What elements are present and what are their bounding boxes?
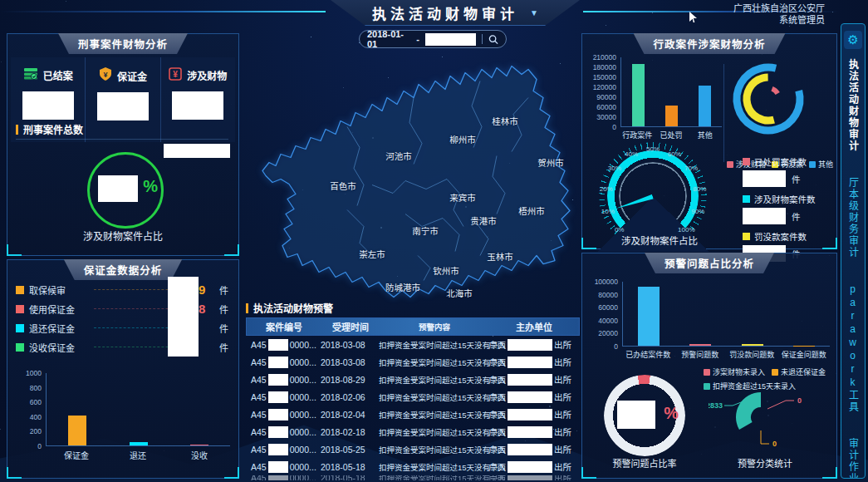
cell-case-id: A450000...: [246, 475, 321, 480]
cell-case-id: A450000...: [246, 461, 321, 473]
stat-label: 已结案: [43, 68, 73, 82]
axis-tick-label: 120000: [593, 83, 616, 91]
table-body: A450000...2018-03-08扣押资金受案时间超过15天没有录入广西出…: [246, 336, 580, 480]
right-sidebar-nav: ⚙ 执法活动财物审计厅本级财务审计parawork工具审计作业系统: [841, 23, 866, 479]
table-row[interactable]: A450000...2018-03-08扣押资金受案时间超过15天没有录入广西出…: [246, 336, 580, 353]
map-city-label[interactable]: 钦州市: [433, 264, 459, 277]
axis-category-label: 行政案件: [620, 130, 655, 140]
redacted-value: [268, 426, 288, 438]
table-row[interactable]: A450000...2018-02-06扣押资金受案时间超过15天没有录入广西出…: [246, 388, 580, 406]
gauge-stat-list: 已处罚案件数件涉及财物案件数件罚没款案件数件: [743, 155, 834, 268]
bail-stat-label: 使用保证金: [29, 302, 89, 316]
cell-warning-content: 扣押资金受案时间超过15天没有录入: [379, 339, 488, 351]
gauge-tick-label: 80%: [693, 185, 706, 193]
bar-预警问题数[interactable]: [689, 344, 711, 346]
redacted-values-column: [168, 277, 199, 357]
accent-bar: [246, 303, 248, 313]
map-city-label[interactable]: 防城港市: [385, 281, 420, 293]
table-row[interactable]: A450000...2018-05-25扣押资金受案时间超过15天没有录入广西出…: [246, 440, 580, 458]
partial-value: 9: [199, 283, 210, 297]
cell-unit: 广西出所: [488, 443, 580, 455]
panel-title: 行政案件涉案财物分析: [633, 33, 785, 54]
cell-warning-content: 扣押资金受案时间超过15天没有录入: [379, 374, 488, 386]
x-axis-labels: 保证金退还没收: [17, 449, 230, 461]
panel-title: 刑事案件财物分析: [58, 33, 188, 54]
map-city-label[interactable]: 贺州市: [537, 156, 564, 169]
cell-unit: 广西出所: [488, 391, 580, 403]
unit-label: 件: [792, 173, 801, 185]
table-row[interactable]: A450000...2018-05-18扣押资金受案时间超过15天没有录入广西出…: [246, 458, 580, 475]
redacted-date-end[interactable]: [425, 33, 476, 46]
bar-行政案件[interactable]: [632, 64, 645, 126]
sidebar-item-2[interactable]: 厅本级财务审计: [846, 177, 861, 258]
gauge-tick-label: 100%: [678, 226, 694, 234]
svg-text:¥: ¥: [174, 70, 179, 79]
table-row[interactable]: A450000...2018-02-18扣押资金受案时间超过15天没有录入广西出…: [246, 423, 580, 440]
map-city-label[interactable]: 百色市: [330, 180, 356, 192]
map-city-label[interactable]: 来宾市: [449, 191, 476, 204]
gauge-tick-label: 60%: [668, 150, 681, 158]
gauge-tick-label: 50%: [646, 145, 660, 153]
date-range-filter[interactable]: 2018-01-01 -: [359, 30, 507, 48]
map-city-label[interactable]: 崇左市: [359, 248, 385, 260]
chevron-down-icon[interactable]: ▼: [530, 8, 538, 17]
bar-已办结案件数[interactable]: [638, 287, 660, 346]
table-row[interactable]: A450000...2018-02-04扣押资金受案时间超过15天没有录入广西出…: [246, 406, 580, 423]
date-separator: -: [416, 34, 419, 44]
axis-tick-label: 90000: [596, 93, 616, 101]
circle-caption: 涉及财物案件占比: [7, 229, 238, 243]
map-city-label[interactable]: 北海市: [446, 287, 473, 299]
bar-其他[interactable]: [699, 86, 711, 126]
redacted-value: [508, 357, 552, 368]
table-row[interactable]: A450000...2018-08-29扣押资金受案时间超过15天没有录入广西出…: [246, 371, 580, 388]
panel-title: 保证金数据分析: [64, 259, 183, 280]
map-city-label[interactable]: 南宁市: [412, 224, 439, 237]
gauge-stat: 涉及财物案件数件: [743, 193, 834, 224]
search-icon[interactable]: [488, 34, 498, 45]
cell-warning-content: 扣押资金受案时间超过15天没有录入: [379, 444, 488, 455]
bar-没收[interactable]: [190, 445, 208, 445]
sidebar-item-1[interactable]: 执法活动财物审计: [846, 59, 861, 152]
panel-warning-ratio: 预警问题占比分析 100000800006000040000200000 已办结…: [581, 253, 837, 479]
bar-退还[interactable]: [130, 442, 148, 445]
redacted-value: [508, 409, 552, 421]
divider: [723, 64, 724, 162]
redacted-value: [508, 461, 552, 473]
cell-date: 2018-05-18: [321, 462, 379, 472]
partial-value: 8: [199, 302, 210, 316]
cell-case-id: A450000...: [246, 374, 321, 386]
stat-label: 涉及财物案件数: [754, 193, 816, 205]
criminal-stat-涉及财物: ¥涉及财物: [160, 57, 235, 142]
user-role[interactable]: 系统管理员: [733, 14, 825, 26]
bar-保证金[interactable]: [68, 416, 86, 445]
map-city-label[interactable]: 梧州市: [518, 204, 545, 217]
bar-已处罚[interactable]: [665, 106, 678, 126]
axis-tick-label: 80000: [598, 291, 618, 299]
user-info: 广西壮族自治区公安厅 系统管理员: [733, 2, 825, 26]
gear-icon[interactable]: ⚙: [844, 31, 862, 49]
gauge-tick-label: 30%: [608, 165, 621, 172]
sidebar-item-3[interactable]: parawork工具: [846, 283, 861, 413]
map-city-label[interactable]: 河池市: [385, 150, 412, 162]
gauge-tick-label: 10%: [601, 207, 615, 214]
table-row[interactable]: A450000...2018-05-18扣押资金受案时间超过15天没有录入广西出…: [246, 475, 580, 480]
guangxi-map[interactable]: 桂林市柳州市贺州市河池市百色市来宾市梧州市贵港市南宁市崇左市玉林市钦州市防城港市…: [248, 47, 580, 302]
axis-tick-label: 0: [612, 123, 616, 131]
cell-date: 2018-02-06: [321, 392, 379, 402]
bar-罚没款问题数[interactable]: [742, 344, 763, 346]
map-city-label[interactable]: 柳州市: [449, 133, 476, 145]
legend-swatch: [743, 233, 750, 240]
map-city-label[interactable]: 贵港市: [470, 214, 497, 227]
sidebar-item-4[interactable]: 审计作业系统: [846, 438, 861, 479]
cell-case-id: A450000...: [246, 409, 321, 421]
axis-tick-label: 0: [614, 342, 618, 351]
plot-area: [46, 373, 230, 446]
map-city-label[interactable]: 桂林市: [492, 115, 518, 127]
cell-warning-content: 扣押资金受案时间超过15天没有录入: [379, 409, 488, 421]
y-axis: 2100001800001500001200009000060000300000: [586, 57, 620, 127]
table-row[interactable]: A450000...2018-03-08扣押资金受案时间超过15天没有录入广西出…: [246, 353, 580, 371]
axis-category-label: 退还: [107, 449, 169, 461]
page-title: 执法活动财物审计: [372, 2, 518, 23]
redacted-value: [268, 475, 288, 480]
map-city-label[interactable]: 玉林市: [487, 250, 513, 263]
